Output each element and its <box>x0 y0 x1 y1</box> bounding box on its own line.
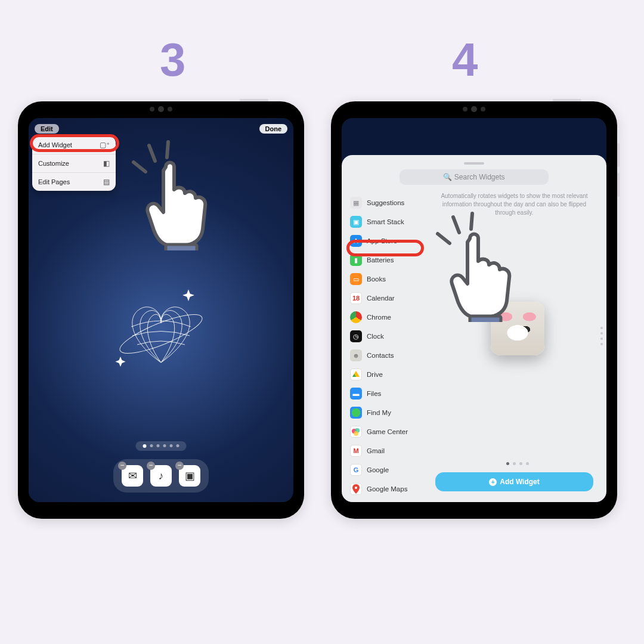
list-label: Contacts <box>367 352 394 359</box>
list-label: Smart Stack <box>367 218 404 225</box>
dock-app-photos[interactable]: ▣ <box>179 465 200 487</box>
dock-app-mail[interactable]: ✉ <box>122 465 143 487</box>
power-button <box>240 99 268 101</box>
maps-icon <box>350 483 362 495</box>
step-number-3: 3 <box>160 33 185 87</box>
list-label: Google <box>367 466 389 473</box>
widget-gallery-screen: 🔍 Search Widgets ▦ Suggestions ▣ Smart S… <box>342 118 606 502</box>
menu-add-widget[interactable]: Add Widget ▢⁺ <box>32 136 116 154</box>
findmy-icon <box>350 407 362 419</box>
list-label: Files <box>367 390 381 397</box>
menu-customize[interactable]: Customize ◧ <box>32 154 116 173</box>
list-label: Find My <box>367 409 391 416</box>
edit-pages-icon: ▤ <box>103 178 110 186</box>
wallpaper-heart <box>113 285 209 380</box>
list-smart-stack[interactable]: ▣ Smart Stack <box>350 212 428 231</box>
appstore-icon: A <box>350 235 362 247</box>
google-icon: G <box>350 464 362 476</box>
menu-add-widget-label: Add Widget <box>38 141 72 148</box>
list-label: Gmail <box>367 447 385 454</box>
list-books[interactable]: ▭ Books <box>350 270 428 289</box>
dock: ✉ ♪ ▣ <box>113 459 209 493</box>
list-label: Game Center <box>367 428 408 435</box>
books-icon: ▭ <box>350 273 362 285</box>
widget-preview-pane: Automatically rotates widgets to show th… <box>428 188 606 502</box>
size-page-dots[interactable] <box>506 462 529 465</box>
svg-point-0 <box>116 308 206 361</box>
power-button <box>553 99 581 101</box>
list-label: App Store <box>367 237 397 244</box>
edit-button[interactable]: Edit <box>35 124 59 134</box>
volume-down <box>617 173 620 197</box>
list-files[interactable]: ▬ Files <box>350 384 428 403</box>
svg-point-11 <box>355 487 357 489</box>
list-label: Clock <box>367 333 384 340</box>
stack-page-dots <box>600 327 603 345</box>
add-widget-button[interactable]: +Add Widget <box>435 472 593 491</box>
plus-icon: + <box>489 478 497 486</box>
list-suggestions[interactable]: ▦ Suggestions <box>350 193 428 212</box>
list-label: Google Maps <box>367 485 407 493</box>
contacts-icon: ☻ <box>350 349 362 361</box>
chrome-icon <box>350 311 362 323</box>
list-gmail[interactable]: M Gmail <box>350 441 428 460</box>
gamecenter-icon <box>350 426 362 438</box>
drive-icon <box>350 369 362 380</box>
list-label: Suggestions <box>367 199 404 206</box>
list-label: Chrome <box>367 314 391 321</box>
music-icon: ♪ <box>159 470 164 482</box>
add-widget-label: Add Widget <box>500 478 540 486</box>
list-clock[interactable]: ◷ Clock <box>350 327 428 346</box>
list-findmy[interactable]: Find My <box>350 403 428 422</box>
list-label: Calendar <box>367 295 395 302</box>
gmail-icon: M <box>350 445 362 457</box>
preview-photo <box>491 302 544 355</box>
list-contacts[interactable]: ☻ Contacts <box>350 346 428 365</box>
smart-stack-preview[interactable] <box>491 302 544 355</box>
dock-app-music[interactable]: ♪ <box>150 465 172 487</box>
suggestions-icon: ▦ <box>350 197 362 209</box>
add-widget-icon: ▢⁺ <box>100 141 110 149</box>
widget-app-list[interactable]: ▦ Suggestions ▣ Smart Stack A App Store … <box>342 188 428 502</box>
photo-icon: ▣ <box>185 469 195 482</box>
list-batteries[interactable]: ▮ Batteries <box>350 250 428 270</box>
list-label: Books <box>367 275 386 283</box>
camera-notch <box>150 106 172 112</box>
list-label: Batteries <box>367 256 394 264</box>
calendar-icon: 18 <box>350 292 362 304</box>
list-health[interactable]: ♥ Health <box>350 499 428 502</box>
edit-context-menu: Add Widget ▢⁺ Customize ◧ Edit Pages ▤ <box>32 136 116 191</box>
ipad-frame-right: 🔍 Search Widgets ▦ Suggestions ▣ Smart S… <box>331 101 617 519</box>
svg-point-10 <box>354 431 358 436</box>
list-google-maps[interactable]: Google Maps <box>350 479 428 499</box>
ipad-frame-left: Edit Done Add Widget ▢⁺ Customize ◧ Edit… <box>18 101 304 519</box>
list-app-store[interactable]: A App Store <box>350 231 428 250</box>
mail-icon: ✉ <box>128 469 137 482</box>
search-widgets-input[interactable]: 🔍 Search Widgets <box>400 169 549 185</box>
done-button[interactable]: Done <box>259 124 288 134</box>
batteries-icon: ▮ <box>350 254 362 266</box>
page-indicator[interactable] <box>136 441 187 451</box>
volume-up <box>617 143 620 167</box>
smart-stack-icon: ▣ <box>350 216 362 228</box>
list-gamecenter[interactable]: Game Center <box>350 422 428 441</box>
customize-icon: ◧ <box>103 159 110 168</box>
list-drive[interactable]: Drive <box>350 365 428 384</box>
list-google[interactable]: G Google <box>350 460 428 479</box>
list-chrome[interactable]: Chrome <box>350 308 428 327</box>
step-number-4: 4 <box>452 33 478 87</box>
widget-gallery-sheet: 🔍 Search Widgets ▦ Suggestions ▣ Smart S… <box>342 155 606 502</box>
list-calendar[interactable]: 18 Calendar <box>350 289 428 308</box>
camera-notch <box>463 106 485 112</box>
clock-icon: ◷ <box>350 330 362 342</box>
menu-edit-pages[interactable]: Edit Pages ▤ <box>32 173 116 191</box>
home-screen: Edit Done Add Widget ▢⁺ Customize ◧ Edit… <box>29 118 293 502</box>
list-label: Drive <box>367 371 383 378</box>
sheet-grabber[interactable] <box>464 162 484 165</box>
smart-stack-description: Automatically rotates widgets to show th… <box>433 192 596 227</box>
files-icon: ▬ <box>350 388 362 400</box>
menu-edit-pages-label: Edit Pages <box>38 178 70 185</box>
menu-customize-label: Customize <box>38 160 69 167</box>
